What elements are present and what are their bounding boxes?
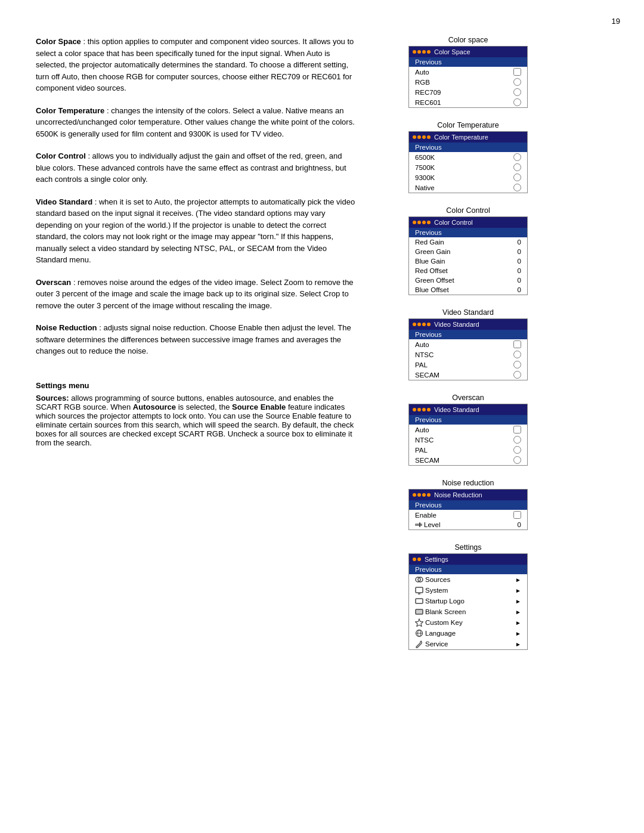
noise-reduction-level[interactable]: Level 0 — [409, 520, 527, 529]
video-standard-pal[interactable]: PAL — [409, 360, 527, 370]
color-control-green-gain[interactable]: Green Gain 0 — [409, 247, 527, 256]
svg-marker-8 — [416, 619, 423, 627]
settings-system-label: System — [425, 587, 448, 594]
settings-previous[interactable]: Previous — [409, 565, 527, 574]
settings-service-label: Service — [425, 640, 448, 648]
noise-reduction-enable-label: Enable — [415, 512, 436, 519]
color-temperature-menu: Color Temperature Previous 6500K 7500K 9… — [408, 131, 528, 193]
section-title-overscan: Overscan — [36, 278, 71, 287]
color-control-widget: Color Control Color Control Previous Red… — [376, 206, 561, 295]
overscan-secam-label: SECAM — [415, 457, 439, 464]
video-standard-previous[interactable]: Previous — [409, 330, 527, 339]
overscan-ntsc-label: NTSC — [415, 436, 434, 444]
svg-rect-1 — [419, 522, 420, 527]
video-standard-secam-radio[interactable] — [513, 371, 521, 379]
settings-menu-body: Sources: allows programming of source bu… — [36, 394, 358, 447]
color-temperature-header-label: Color Temperature — [434, 134, 488, 141]
settings-widget-label: Settings — [376, 543, 561, 552]
section-title-color-space: Color Space — [36, 37, 81, 46]
overscan-auto[interactable]: Auto — [409, 425, 527, 435]
color-control-green-offset[interactable]: Green Offset 0 — [409, 275, 527, 285]
svg-rect-4 — [416, 587, 423, 593]
page-number: 19 — [612, 17, 620, 26]
noise-reduction-enable-checkbox[interactable] — [513, 511, 521, 519]
color-control-previous[interactable]: Previous — [409, 228, 527, 237]
video-standard-widget-label: Video Standard — [376, 308, 561, 317]
overscan-widget-label: Overscan — [376, 394, 561, 402]
color-space-header-label: Color Space — [434, 48, 470, 55]
color-control-blue-offset[interactable]: Blue Offset 0 — [409, 285, 527, 295]
video-standard-ntsc-radio[interactable] — [513, 351, 521, 358]
video-standard-ntsc-label: NTSC — [415, 351, 434, 358]
color-control-blue-gain-label: Blue Gain — [415, 258, 445, 265]
overscan-pal[interactable]: PAL — [409, 445, 527, 455]
color-temperature-6500k-radio[interactable] — [513, 153, 521, 161]
color-control-red-gain[interactable]: Red Gain 0 — [409, 237, 527, 247]
settings-language[interactable]: Language ► — [409, 628, 527, 639]
section-color-control: Color Control : allows you to individual… — [36, 150, 358, 185]
settings-blank-screen[interactable]: Blank Screen ► — [409, 606, 527, 617]
settings-body-2: is selected, the — [178, 402, 232, 411]
settings-menu-title: Settings menu — [36, 381, 358, 390]
noise-reduction-widget: Noise reduction Noise Reduction Previous… — [376, 479, 561, 530]
overscan-menu: Video Standard Previous Auto NTSC PAL — [408, 404, 528, 466]
color-temperature-widget: Color Temperature Color Temperature Prev… — [376, 121, 561, 193]
color-space-rgb[interactable]: RGB — [409, 77, 527, 87]
color-temperature-native-label: Native — [415, 184, 435, 191]
color-temperature-7500k-radio[interactable] — [513, 163, 521, 171]
color-temperature-9300k-radio[interactable] — [513, 174, 521, 181]
settings-custom-key[interactable]: Custom Key ► — [409, 617, 527, 628]
overscan-dots — [413, 408, 431, 411]
color-space-auto-label: Auto — [415, 69, 429, 76]
color-control-header: Color Control — [409, 217, 527, 228]
color-control-red-gain-value: 0 — [518, 239, 521, 246]
color-space-rec709-radio[interactable] — [513, 88, 521, 96]
color-space-rgb-radio[interactable] — [513, 78, 521, 86]
video-standard-ntsc[interactable]: NTSC — [409, 349, 527, 360]
color-space-rec601[interactable]: REC601 — [409, 97, 527, 107]
color-space-rec709[interactable]: REC709 — [409, 87, 527, 97]
color-temperature-native[interactable]: Native — [409, 182, 527, 193]
settings-menu-box: Settings Previous Sources ► System — [408, 553, 528, 650]
video-standard-secam[interactable]: SECAM — [409, 370, 527, 380]
section-title-noise-reduction: Noise Reduction — [36, 323, 97, 332]
color-control-blue-offset-label: Blue Offset — [415, 286, 449, 293]
settings-sources[interactable]: Sources ► — [409, 574, 527, 585]
settings-header-label: Settings — [425, 556, 448, 563]
color-space-rec601-radio[interactable] — [513, 98, 521, 106]
video-standard-auto[interactable]: Auto — [409, 339, 527, 349]
color-temperature-native-radio[interactable] — [513, 184, 521, 191]
color-temperature-7500k[interactable]: 7500K — [409, 162, 527, 172]
video-standard-auto-checkbox[interactable] — [513, 340, 521, 348]
color-space-auto-checkbox[interactable] — [513, 68, 521, 76]
color-space-auto[interactable]: Auto — [409, 67, 527, 77]
color-control-dots — [413, 221, 431, 224]
svg-rect-0 — [415, 524, 422, 526]
overscan-auto-checkbox[interactable] — [513, 426, 521, 433]
color-control-red-offset-value: 0 — [518, 267, 521, 274]
noise-reduction-level-value: 0 — [518, 521, 521, 528]
color-control-blue-gain[interactable]: Blue Gain 0 — [409, 256, 527, 266]
overscan-secam[interactable]: SECAM — [409, 455, 527, 465]
noise-reduction-enable[interactable]: Enable — [409, 510, 527, 520]
color-temperature-9300k[interactable]: 9300K — [409, 172, 527, 182]
settings-system[interactable]: System ► — [409, 585, 527, 596]
color-temperature-6500k[interactable]: 6500K — [409, 152, 527, 162]
section-title-video-standard: Video Standard — [36, 197, 92, 206]
overscan-pal-radio[interactable] — [513, 446, 521, 454]
color-temperature-previous[interactable]: Previous — [409, 143, 527, 152]
section-body-video-standard: : when it is set to Auto, the projector … — [36, 197, 355, 265]
noise-reduction-previous[interactable]: Previous — [409, 500, 527, 510]
color-control-red-offset[interactable]: Red Offset 0 — [409, 266, 527, 275]
overscan-previous[interactable]: Previous — [409, 415, 527, 425]
overscan-secam-radio[interactable] — [513, 456, 521, 464]
overscan-ntsc[interactable]: NTSC — [409, 435, 527, 445]
color-space-previous[interactable]: Previous — [409, 57, 527, 67]
color-control-header-label: Color Control — [434, 219, 473, 226]
settings-startup-logo[interactable]: Startup Logo ► — [409, 596, 527, 606]
video-standard-pal-radio[interactable] — [513, 361, 521, 368]
settings-service[interactable]: Service ► — [409, 639, 527, 649]
noise-reduction-header-label: Noise Reduction — [434, 491, 482, 498]
overscan-ntsc-radio[interactable] — [513, 436, 521, 444]
svg-rect-7 — [416, 609, 423, 614]
